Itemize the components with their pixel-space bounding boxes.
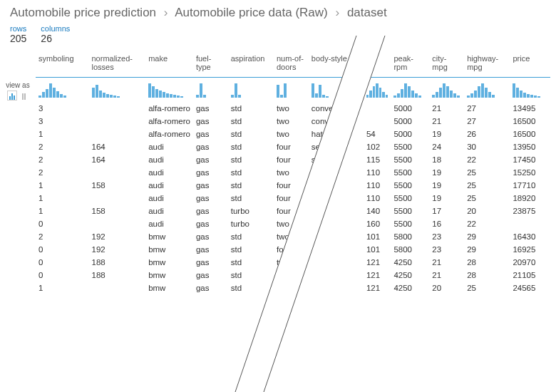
table-cell: gas [193,140,228,153]
view-as-toggle[interactable]: view as [3,81,33,100]
table-row[interactable]: 0188bmwgasstdfo1214250212821105 [36,269,550,282]
column-header[interactable]: num-of-doors [274,51,309,78]
table-cell: audi [145,153,193,166]
table-cell: std [228,230,274,243]
column-histogram[interactable] [513,82,547,98]
table-cell: 15250 [510,166,550,179]
table-row[interactable]: 2164audigasstdfourseda1025500243013950 [36,140,550,153]
table-cell: 25 [464,282,510,294]
table-cell: 21 [429,269,464,282]
table-cell: four [274,243,309,256]
column-histogram[interactable] [467,82,507,98]
column-header[interactable]: body-style [309,51,364,78]
table-cell: std [228,243,274,256]
column-header[interactable]: normalized-losses [89,51,146,78]
table-row[interactable]: 0192bmwgasstdfour1015800232916925 [36,243,550,256]
column-histogram[interactable] [148,82,190,98]
table-cell [309,217,364,230]
table-cell: std [228,115,274,128]
table-cell: gas [193,115,228,128]
crumb-0[interactable]: Automobile price prediction [10,6,156,19]
table-cell: 188 [89,269,146,282]
column-header[interactable]: aspiration [228,51,274,78]
column-header[interactable]: er [364,51,391,78]
table-row[interactable]: 1bmwgasstdf1214250202524565 [36,282,550,294]
table-row[interactable]: 0188bmwgasstdtw1214250212820970 [36,256,550,269]
table-cell: 28 [464,256,510,269]
chevron-right-icon: › [164,6,168,19]
table-cell: 18920 [510,192,550,205]
column-histogram[interactable] [432,82,461,98]
table-cell: 27 [464,102,510,115]
table-cell: 140 [364,205,391,217]
table-row[interactable]: 1158audigasstdfour1105500192517710 [36,179,550,192]
histogram-view-icon[interactable] [7,91,17,100]
table-row[interactable]: 2192bmwgasstdtwo1015800232916430 [36,230,550,243]
table-cell: bmw [145,269,193,282]
table-row[interactable]: 1158audigasturbofour1405500172023875 [36,205,550,217]
table-cell: 19 [429,192,464,205]
column-header[interactable]: make [145,51,193,78]
table-cell [364,102,391,115]
table-cell: 121 [364,256,391,269]
table-cell: 110 [364,166,391,179]
table-row[interactable]: 1audigasstdfour1105500192518920 [36,192,550,205]
table-cell: std [228,153,274,166]
column-header[interactable]: peak-rpm [391,51,429,78]
table-cell [309,256,364,269]
table-cell [309,282,364,294]
column-histogram[interactable] [231,82,271,98]
table-cell: 16500 [510,115,550,128]
table-cell: 192 [89,230,146,243]
table-cell: std [228,192,274,205]
table-cell: 158 [89,205,146,217]
table-cell: 121 [364,282,391,294]
column-header[interactable]: highway-mpg [464,51,510,78]
table-cell: std [228,128,274,140]
table-cell: 25 [464,179,510,192]
table-cell: audi [145,166,193,179]
column-histogram[interactable] [92,82,143,98]
table-cell: 0 [36,269,89,282]
table-cell: 26 [464,128,510,140]
column-histogram[interactable] [393,82,426,98]
column-histogram[interactable] [38,82,86,98]
table-cell: convertib [309,102,364,115]
rows-value: 205 [10,33,26,44]
table-cell: 21 [429,115,464,128]
table-row[interactable]: 1alfa-romerogasstdtwohatch54500019261650… [36,128,550,140]
table-cell: gas [193,166,228,179]
table-cell: 160 [364,217,391,230]
crumb-2[interactable]: dataset [347,6,387,19]
grid-view-icon[interactable] [19,91,29,100]
table-cell: 5500 [391,166,429,179]
table-cell: seda [309,140,364,153]
table-cell: alfa-romero [145,128,193,140]
table-cell: 25 [464,166,510,179]
crumb-1[interactable]: Automobile price data (Raw) [175,6,327,19]
table-cell: 1 [36,205,89,217]
table-cell: 21 [429,102,464,115]
column-header[interactable]: fuel-type [193,51,228,78]
chevron-right-icon: › [335,6,339,19]
table-cell: 16925 [510,243,550,256]
column-histogram[interactable] [366,82,388,98]
table-row[interactable]: 3alfa-romerogasstdtwoconver5000212716500 [36,115,550,128]
table-cell: 158 [89,179,146,192]
column-histogram[interactable] [277,82,306,98]
column-histogram[interactable] [196,82,225,98]
table-row[interactable]: 2audigasstdtwos1105500192515250 [36,166,550,179]
table-cell: std [228,282,274,294]
table-cell: std [228,269,274,282]
table-cell: hatch [309,128,364,140]
column-histogram[interactable] [312,82,361,98]
table-row[interactable]: 0audigasturbotwo16055001622 [36,217,550,230]
table-cell: 5000 [391,115,429,128]
table-row[interactable]: 3alfa-romerogasstdtwoconvertib5000212713… [36,102,550,115]
column-header[interactable]: symboling [36,51,89,78]
table-cell: 19 [429,166,464,179]
column-header[interactable]: price [510,51,550,78]
table-cell: 21105 [510,269,550,282]
column-header[interactable]: city-mpg [429,51,464,78]
table-row[interactable]: 2164audigasstdfourse1155500182217450 [36,153,550,166]
